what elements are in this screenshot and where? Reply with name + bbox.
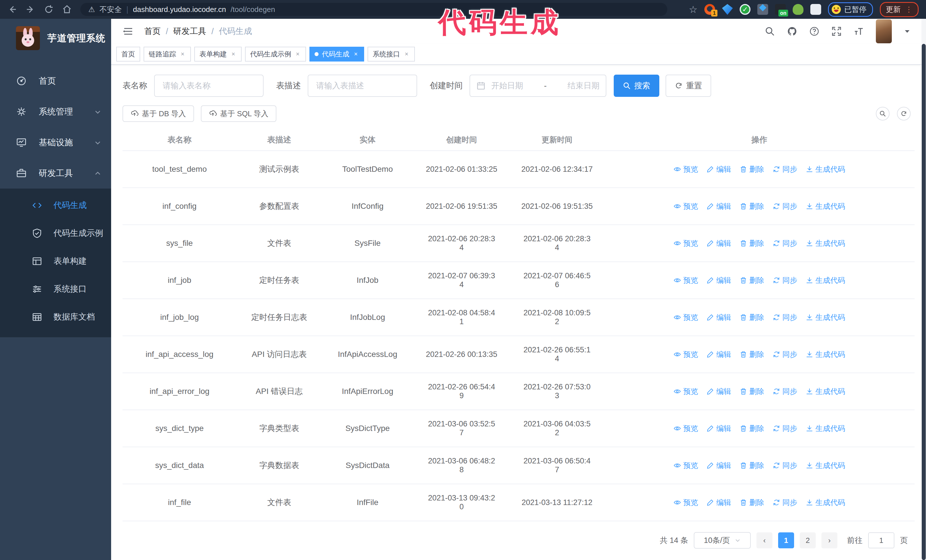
generate-code-link[interactable]: 生成代码 <box>806 498 845 507</box>
search-icon[interactable] <box>765 26 775 36</box>
table-desc-input[interactable] <box>308 75 417 97</box>
sidebar-item-infra[interactable]: 基础设施 <box>0 127 111 158</box>
edit-link[interactable]: 编辑 <box>707 386 731 397</box>
sync-link[interactable]: 同步 <box>773 238 797 248</box>
generate-code-link[interactable]: 生成代码 <box>806 460 845 471</box>
table-name-input[interactable] <box>154 75 263 97</box>
edit-link[interactable]: 编辑 <box>707 312 731 323</box>
delete-link[interactable]: 删除 <box>740 238 764 248</box>
sidebar-item-home[interactable]: 首页 <box>0 65 111 96</box>
delete-link[interactable]: 删除 <box>740 424 764 433</box>
close-icon[interactable]: × <box>404 50 410 58</box>
sidebar-item-codegen[interactable]: 代码生成 <box>0 192 111 219</box>
close-icon[interactable]: × <box>230 50 236 58</box>
generate-code-link[interactable]: 生成代码 <box>806 275 845 285</box>
delete-link[interactable]: 删除 <box>740 350 764 359</box>
edit-link[interactable]: 编辑 <box>707 201 731 211</box>
back-icon[interactable] <box>8 5 17 14</box>
fullscreen-icon[interactable] <box>831 26 842 36</box>
delete-link[interactable]: 删除 <box>740 460 764 471</box>
preview-link[interactable]: 预览 <box>673 201 698 211</box>
sidebar-item-system-api[interactable]: 系统接口 <box>0 275 111 303</box>
preview-link[interactable]: 预览 <box>673 460 698 471</box>
goto-page-input[interactable] <box>868 532 894 548</box>
extension-gem-icon[interactable] <box>722 4 733 15</box>
extension-bug-icon[interactable] <box>793 4 803 15</box>
sidebar-item-codegen-demo[interactable]: 代码生成示例 <box>0 219 111 247</box>
preview-link[interactable]: 预览 <box>673 165 698 174</box>
page-size-select[interactable]: 10条/页 <box>694 532 751 549</box>
generate-code-link[interactable]: 生成代码 <box>806 386 845 397</box>
paused-pill[interactable]: 已暂停 <box>828 2 873 17</box>
delete-link[interactable]: 删除 <box>740 275 764 285</box>
edit-link[interactable]: 编辑 <box>707 460 731 471</box>
edit-link[interactable]: 编辑 <box>707 350 731 359</box>
delete-link[interactable]: 删除 <box>740 165 764 174</box>
sidebar-item-db-doc[interactable]: 数据库文档 <box>0 303 111 331</box>
close-icon[interactable]: × <box>180 50 186 58</box>
show-search-button[interactable] <box>876 107 890 121</box>
tab-codegen-demo[interactable]: 代码生成示例× <box>245 47 306 62</box>
generate-code-link[interactable]: 生成代码 <box>806 312 845 323</box>
delete-link[interactable]: 删除 <box>740 386 764 397</box>
sync-link[interactable]: 同步 <box>773 386 797 397</box>
tab-form-builder[interactable]: 表单构建× <box>194 47 242 62</box>
preview-link[interactable]: 预览 <box>673 238 698 248</box>
edit-link[interactable]: 编辑 <box>707 238 731 248</box>
page-scrollbar[interactable] <box>921 19 926 560</box>
forward-icon[interactable] <box>26 5 35 14</box>
sync-link[interactable]: 同步 <box>773 424 797 433</box>
address-bar[interactable]: ⚠ 不安全 | dashboard.yudao.iocoder.cn/tool/… <box>80 3 667 16</box>
scrollbar-thumb[interactable] <box>922 44 926 560</box>
sidebar-item-form-builder[interactable]: 表单构建 <box>0 247 111 275</box>
close-icon[interactable]: × <box>295 50 301 58</box>
tab-trace[interactable]: 链路追踪× <box>144 47 191 62</box>
sync-link[interactable]: 同步 <box>773 460 797 471</box>
close-icon[interactable]: × <box>353 50 359 58</box>
sync-link[interactable]: 同步 <box>773 312 797 323</box>
delete-link[interactable]: 删除 <box>740 312 764 323</box>
sync-link[interactable]: 同步 <box>773 201 797 211</box>
preview-link[interactable]: 预览 <box>673 386 698 397</box>
delete-link[interactable]: 删除 <box>740 498 764 507</box>
preview-link[interactable]: 预览 <box>673 424 698 433</box>
search-button[interactable]: 搜索 <box>614 75 659 97</box>
edit-link[interactable]: 编辑 <box>707 275 731 285</box>
refresh-button[interactable] <box>897 107 911 121</box>
help-icon[interactable] <box>809 26 819 36</box>
breadcrumb-home[interactable]: 首页 <box>144 26 161 37</box>
bookmark-star-icon[interactable]: ☆ <box>689 4 698 15</box>
text-size-icon[interactable] <box>853 26 864 36</box>
sync-link[interactable]: 同步 <box>773 165 797 174</box>
import-sql-button[interactable]: 基于 SQL 导入 <box>201 106 277 122</box>
sync-link[interactable]: 同步 <box>773 498 797 507</box>
import-db-button[interactable]: 基于 DB 导入 <box>123 106 194 122</box>
preview-link[interactable]: 预览 <box>673 498 698 507</box>
delete-link[interactable]: 删除 <box>740 201 764 211</box>
generate-code-link[interactable]: 生成代码 <box>806 201 845 211</box>
caret-down-icon[interactable] <box>904 28 911 35</box>
generate-code-link[interactable]: 生成代码 <box>806 165 845 174</box>
home-icon[interactable] <box>62 5 72 14</box>
tab-home[interactable]: 首页 <box>116 47 140 62</box>
breadcrumb-devtools[interactable]: 研发工具 <box>173 26 206 37</box>
app-logo-row[interactable]: 芋道管理系统 <box>0 19 111 57</box>
tab-system-api[interactable]: 系统接口× <box>368 47 415 62</box>
page-2-button[interactable]: 2 <box>800 532 816 548</box>
update-button[interactable]: 更新 ⋮ <box>880 2 918 17</box>
extension-octopus-icon[interactable]: 1 <box>704 4 715 15</box>
page-1-button[interactable]: 1 <box>778 532 794 548</box>
edit-link[interactable]: 编辑 <box>707 498 731 507</box>
avatar[interactable] <box>876 20 892 43</box>
reload-icon[interactable] <box>44 5 54 14</box>
reset-button[interactable]: 重置 <box>666 75 711 97</box>
extension-check-icon[interactable]: ✓ <box>740 4 750 15</box>
generate-code-link[interactable]: 生成代码 <box>806 350 845 359</box>
extension-on-icon[interactable]: on <box>775 4 786 15</box>
preview-link[interactable]: 预览 <box>673 312 698 323</box>
edit-link[interactable]: 编辑 <box>707 424 731 433</box>
extension-grid-icon[interactable] <box>757 4 768 15</box>
generate-code-link[interactable]: 生成代码 <box>806 424 845 433</box>
tab-codegen[interactable]: 代码生成× <box>309 47 364 62</box>
sync-link[interactable]: 同步 <box>773 350 797 359</box>
